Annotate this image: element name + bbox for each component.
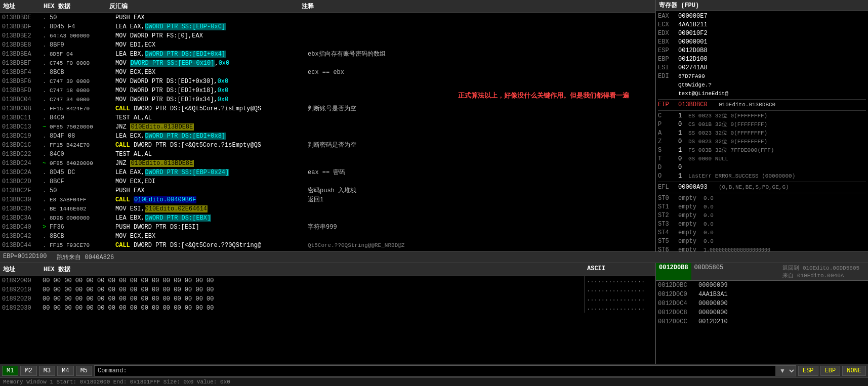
tab-m2[interactable]: M2 <box>20 366 36 376</box>
disasm-row[interactable]: 013BDC35 . BE 1446E602 MOV ESI,010Edito.… <box>0 204 655 213</box>
esp-btn[interactable]: ESP <box>798 366 818 376</box>
row-disasm: MOV DWORD PTR DS:[EDI+0x18],0x0 <box>113 86 306 95</box>
disasm-row[interactable]: 013BDBF6 . C747 30 0000 MOV DWORD PTR DS… <box>0 77 655 86</box>
ebp-btn[interactable]: EBP <box>820 366 841 376</box>
disasm-row[interactable]: 013BDC1C . FF15 B424E70 CALL DWORD PTR D… <box>0 141 655 150</box>
disasm-row[interactable]: 013BDC2D . 8BCF MOV ECX,EDI <box>0 177 655 186</box>
row-dot: . <box>40 95 48 104</box>
stack-rows[interactable]: 0012D0BC 00000009 0012D0C0 4AA1B3A1 0012… <box>656 281 868 364</box>
row-disasm: MOV DWORD PTR SS:[EBP-0x10],0x0 <box>113 59 306 68</box>
disasm-row[interactable]: 013BDC42 . 8BCB MOV ECX,EBX <box>0 232 655 241</box>
row-disasm: JNZ 010Edito.013BDE8E <box>113 122 306 132</box>
disasm-row[interactable]: 013BDBDE . 50 PUSH EAX <box>0 13 655 22</box>
disasm-row[interactable]: 013BDC19 . 8D4F 08 LEA ECX,DWORD PTR DS:… <box>0 132 655 141</box>
command-dropdown[interactable]: ▼ <box>775 366 796 376</box>
row-hex: 0F85 64020000 <box>48 159 113 168</box>
row-dot: . <box>40 195 48 204</box>
row-hex: 84C0 <box>48 150 113 159</box>
row-addr: 013BDC30 <box>0 195 40 204</box>
disasm-row[interactable]: 013BDC13 ~ 0F85 75020000 JNZ 010Edito.01… <box>0 122 655 132</box>
stack-row[interactable]: 0012D0C8 00000000 <box>656 308 868 317</box>
disasm-row[interactable]: 013BDC22 . 84C0 TEST AL,AL <box>0 150 655 159</box>
row-hex: 8D9B 0000000 <box>48 213 113 223</box>
row-disasm: CALL 010Edito.00409B6F <box>113 195 306 204</box>
disasm-row[interactable]: 013BDC40 > FF36 PUSH DWORD PTR DS:[ESI] … <box>0 223 655 232</box>
mem-row[interactable]: 01892020 00 00 00 00 00 00 00 00 00 00 0… <box>0 294 655 304</box>
tab-m5[interactable]: M5 <box>76 366 92 376</box>
row-hex: 8BCB <box>48 232 113 241</box>
mem-ascii: ................ <box>584 304 655 313</box>
disasm-row[interactable]: 013BDBF4 . 8BCB MOV ECX,EBX ecx == ebx <box>0 68 655 77</box>
tab-m4[interactable]: M4 <box>57 366 73 376</box>
main-container: 地址 HEX 数据 反汇编 注释 013BDBDE . 50 PUSH EAX … <box>0 0 868 386</box>
stack-row[interactable]: 0012D0C0 4AA1B3A1 <box>656 290 868 299</box>
stack-row[interactable]: 0012D0C4 00000000 <box>656 299 868 308</box>
disasm-row[interactable]: 013BDBDF . 8D45 F4 LEA EAX,DWORD PTR SS:… <box>0 22 655 31</box>
disasm-row[interactable]: 013BDC0B . FF15 B424E70 CALL DWORD PTR D… <box>0 104 655 113</box>
ebp-value: EBP=0012D100 <box>3 253 47 262</box>
command-bar: M1 M2 M3 M4 M5 Command: ▼ ESP EBP NONE <box>0 364 868 377</box>
row-addr: 013BDC24 <box>0 159 40 168</box>
mem-row[interactable]: 01892000 00 00 00 00 00 00 00 00 00 00 0… <box>0 276 655 285</box>
disasm-row[interactable]: 013BDBEF . C745 F0 0000 MOV DWORD PTR SS… <box>0 59 655 68</box>
stack-header: 0012D0B8 00DD5805 返回到 010Edito.00DD5805 … <box>656 263 868 281</box>
row-hex: 8D5F 04 <box>48 50 113 59</box>
disasm-row[interactable]: 013BDC04 . C747 34 0000 MOV DWORD PTR DS… <box>0 95 655 104</box>
mem-hex-data: 00 00 00 00 00 00 00 00 00 00 00 00 00 0… <box>40 285 584 294</box>
disasm-rows[interactable]: 013BDBDE . 50 PUSH EAX 013BDBDF . 8D45 F… <box>0 13 655 251</box>
reg-o: O 1 LastErr ERROR_SUCCESS (00000000) <box>658 172 866 181</box>
row-dot: ~ <box>40 122 48 132</box>
row-disasm: MOV ECX,EBX <box>113 68 306 77</box>
row-addr: 013BDBEF <box>0 59 40 68</box>
row-addr: 013BDBF6 <box>0 77 40 86</box>
mem-header: 地址 HEX 数据 ASCII <box>0 263 655 276</box>
right-btns: ESP EBP NONE <box>798 366 866 376</box>
disasm-row[interactable]: 013BDC30 . E8 3ABF04FF CALL 010Edito.004… <box>0 195 655 204</box>
disasm-row[interactable]: 013BDC44 . FF15 F93CE70 CALL DWORD PTR D… <box>0 241 655 250</box>
row-addr: 013BDC2A <box>0 168 40 177</box>
row-dot: . <box>40 59 48 68</box>
row-comment: 判断密码是否为空 <box>306 141 655 150</box>
mem-hex-data: 00 00 00 00 00 00 00 00 00 00 00 00 00 0… <box>40 294 584 304</box>
mem-row[interactable]: 01892030 00 00 00 00 00 00 00 00 00 00 0… <box>0 304 655 313</box>
row-hex: 50 <box>48 186 113 195</box>
tab-m3[interactable]: M3 <box>39 366 55 376</box>
disasm-row[interactable]: 013BDBFD . C747 18 0000 MOV DWORD PTR DS… <box>0 86 655 95</box>
mem-addr: 01892030 <box>0 304 40 313</box>
row-disasm: CALL DWORD PTR DS:[<&Qt5Core.??0QString@ <box>113 241 306 250</box>
disasm-row[interactable]: 013BDBE2 . 64:A3 000000 MOV DWORD PTR FS… <box>0 31 655 40</box>
row-dot: . <box>40 77 48 86</box>
stack-val: 00000000 <box>696 299 747 308</box>
row-comment: eax == 密码 <box>306 168 655 177</box>
mem-rows[interactable]: 01892000 00 00 00 00 00 00 00 00 00 00 0… <box>0 276 655 364</box>
row-disasm: TEST AL,AL <box>113 113 306 122</box>
disasm-row[interactable]: 013BDC24 ~ 0F85 64020000 JNZ 010Edito.01… <box>0 159 655 168</box>
row-disasm: TEST AL,AL <box>113 150 306 159</box>
reg-st3: ST3 empty 0.0 <box>658 220 866 229</box>
disasm-row[interactable]: 013BDBE8 . 8BF9 MOV EDI,ECX <box>0 40 655 50</box>
reg-st0: ST0 empty 0.0 <box>658 194 866 203</box>
row-dot: . <box>40 13 48 22</box>
row-disasm: MOV DWORD PTR FS:[0],EAX <box>113 31 306 40</box>
row-hex: 84C0 <box>48 113 113 122</box>
command-input[interactable] <box>130 366 775 375</box>
disasm-row[interactable]: 013BDC11 . 84C0 TEST AL,AL <box>0 113 655 122</box>
disasm-row[interactable]: 013BDC2F . 50 PUSH EAX 密码push 入堆栈 <box>0 186 655 195</box>
stack-row[interactable]: 0012D0BC 00000009 <box>656 281 868 290</box>
row-disasm: LEA EBX,DWORD PTR DS:[EBX] <box>113 213 306 223</box>
row-addr: 013BDC35 <box>0 204 40 213</box>
row-comment: ebx指向存有账号密码的数组 <box>306 50 655 59</box>
reg-st2: ST2 empty 0.0 <box>658 211 866 220</box>
stack-row[interactable]: 0012D0CC 0012D210 <box>656 317 868 326</box>
disasm-row[interactable]: 013BDBEA . 8D5F 04 LEA EBX,DWORD PTR DS:… <box>0 50 655 59</box>
disasm-row[interactable]: 013BDC3A . 8D9B 0000000 LEA EBX,DWORD PT… <box>0 213 655 223</box>
disasm-row[interactable]: 013BDC2A . 8D45 DC LEA EAX,DWORD PTR SS:… <box>0 168 655 177</box>
mem-row[interactable]: 01892010 00 00 00 00 00 00 00 00 00 00 0… <box>0 285 655 294</box>
row-hex: BE 1446E602 <box>48 204 113 213</box>
none-btn[interactable]: NONE <box>842 366 866 376</box>
row-disasm: LEA EAX,DWORD PTR SS:[EBP-0x24] <box>113 168 306 177</box>
row-hex: FF15 B424E70 <box>48 141 113 150</box>
row-dot: . <box>40 31 48 40</box>
tab-m1[interactable]: M1 <box>2 366 18 376</box>
stack-addr-header: 0012D0B8 <box>656 263 691 280</box>
